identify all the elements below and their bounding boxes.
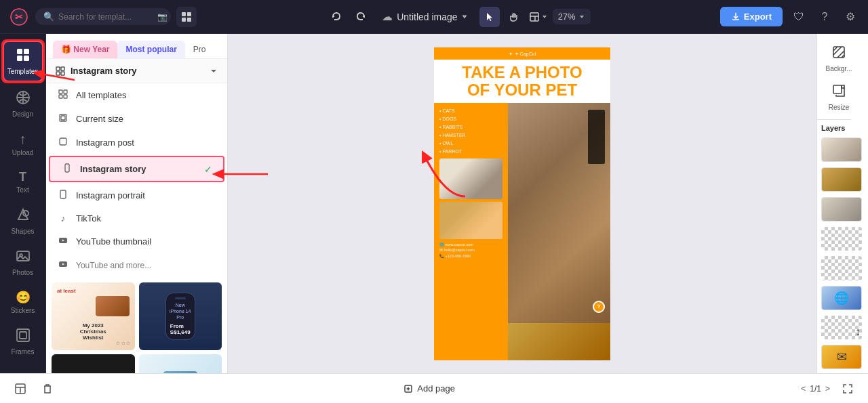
svg-rect-9: [17, 49, 22, 54]
bottom-bar: Add page < 1/1 >: [0, 373, 868, 403]
sidebar-item-templates[interactable]: Templates: [3, 41, 43, 82]
settings-icon[interactable]: ⚙: [841, 7, 860, 26]
shapes-icon: [16, 207, 31, 226]
resize-btn[interactable]: Resize: [817, 78, 861, 116]
svg-rect-19: [56, 67, 60, 70]
zoom-value: 27%: [558, 12, 576, 22]
category-header-label: Instagram story: [71, 66, 137, 76]
layer-thumb-cat[interactable]: [821, 137, 862, 162]
category-instagram-post[interactable]: Instagram post: [46, 131, 227, 154]
category-all-templates[interactable]: All templates: [46, 83, 227, 107]
help-icon[interactable]: ?: [815, 7, 834, 26]
svg-rect-6: [530, 13, 538, 21]
category-instagram-story[interactable]: Instagram story ✓: [49, 156, 224, 182]
poster-list-dogs: • DOGS: [439, 115, 505, 123]
cloud-save-icon: ☁: [382, 10, 393, 23]
svg-rect-2: [182, 12, 186, 16]
layer-thumb-checker1[interactable]: [821, 227, 862, 251]
poster-contact-web: 🌐 www.capcut.com: [439, 242, 505, 248]
sidebar-item-design[interactable]: Design: [3, 85, 43, 123]
layer-thumb-globe[interactable]: 🌐: [821, 286, 862, 310]
template-thumb-phone[interactable]: NewiPhone 14 Pro FromS$1,649: [139, 282, 222, 350]
page-nav: < 1/1 >: [801, 384, 830, 394]
search-input[interactable]: [58, 12, 153, 22]
category-youtube-thumbnail[interactable]: YouTube thumbnail: [46, 230, 227, 253]
grid-icon-btn[interactable]: [176, 7, 197, 27]
template-thumb-medical[interactable]: 👨‍⚕️: [139, 354, 222, 373]
add-page-btn[interactable]: Add page: [403, 383, 455, 394]
poster-logo-text: ✦ CapCut: [515, 51, 536, 57]
panel-scroll[interactable]: Instagram story All templates: [46, 59, 227, 373]
current-size-label: Current size: [76, 114, 123, 124]
instagram-story-label: Instagram story: [80, 164, 146, 174]
svg-rect-29: [60, 138, 66, 145]
svg-rect-17: [17, 329, 29, 341]
svg-rect-30: [65, 164, 69, 172]
svg-rect-20: [61, 67, 64, 70]
category-instagram-portrait[interactable]: Instagram portrait: [46, 184, 227, 207]
svg-rect-21: [56, 72, 60, 75]
category-dropdown-header[interactable]: Instagram story: [46, 59, 227, 83]
svg-rect-11: [17, 56, 22, 61]
sidebar-item-upload[interactable]: ↑ Upload: [3, 126, 43, 162]
instagram-story-icon: [61, 163, 73, 175]
layer-thumb-checker3[interactable]: ↕: [821, 316, 862, 339]
hand-tool-btn[interactable]: [504, 7, 524, 27]
all-templates-label: All templates: [76, 90, 126, 100]
fullscreen-icon-btn[interactable]: [838, 379, 857, 398]
next-page-btn[interactable]: >: [825, 384, 830, 394]
tab-most-popular-label: Most popular: [125, 45, 176, 54]
redo-btn[interactable]: [351, 7, 371, 27]
youtube-thumb-icon: [57, 236, 69, 247]
prev-page-btn[interactable]: <: [801, 384, 806, 394]
tab-pro[interactable]: Pro: [185, 41, 214, 58]
camera-icon: 📷: [157, 12, 167, 22]
tab-most-popular[interactable]: Most popular: [117, 41, 184, 58]
sidebar-item-photos[interactable]: Photos: [3, 243, 43, 282]
select-tool-btn[interactable]: [479, 7, 500, 27]
layout-tool-btn[interactable]: [528, 7, 549, 27]
sidebar-item-frames[interactable]: Frames: [3, 322, 43, 361]
undo-btn[interactable]: [326, 7, 347, 27]
layers-list: 🌐 ↕ ✉: [817, 133, 868, 373]
category-tiktok[interactable]: ♪ TikTok: [46, 207, 227, 230]
layer-thumb-cat2[interactable]: [821, 197, 862, 221]
search-bar[interactable]: 🔍 📷: [35, 8, 171, 25]
layer-thumb-checker2[interactable]: [821, 256, 862, 280]
template-thumb-shoe[interactable]: at least My 2023ChristmasWishlist ✩ ✩ ✩: [52, 282, 135, 350]
layer-thumb-corgi[interactable]: [821, 167, 862, 192]
background-icon: [831, 45, 846, 63]
frames-icon: [16, 328, 31, 346]
delete-icon-btn[interactable]: [38, 379, 57, 398]
panel-tabs: 🎁 New Year Most popular Pro: [46, 34, 227, 59]
layer-thumb-mail[interactable]: ✉: [821, 345, 862, 369]
category-youtube-more[interactable]: YouTube and more...: [46, 253, 227, 277]
upload-label: Upload: [12, 149, 34, 156]
zoom-control[interactable]: 27%: [553, 9, 591, 24]
poster-logo: ✦: [509, 51, 513, 57]
tab-new-year[interactable]: 🎁 New Year: [53, 41, 117, 58]
sidebar-item-stickers[interactable]: 😊 Stickers: [3, 284, 43, 320]
poster-list-owl: • OWL: [439, 140, 505, 148]
instagram-story-check: ✓: [204, 164, 212, 175]
sidebar-item-shapes[interactable]: Shapes: [3, 202, 43, 240]
sidebar-expand-btn[interactable]: ⌄: [3, 366, 43, 373]
background-btn[interactable]: Backgr...: [817, 39, 861, 78]
export-button[interactable]: Export: [720, 7, 783, 26]
canvas-area[interactable]: ✦ ✦ CapCut TAKE A PHOTO OF YOUR PET: [228, 34, 816, 373]
svg-rect-10: [24, 49, 29, 54]
search-icon: 🔍: [43, 12, 54, 22]
topbar: ✂ 🔍 📷: [0, 0, 868, 34]
canvas-poster[interactable]: ✦ ✦ CapCut TAKE A PHOTO OF YOUR PET: [434, 47, 610, 360]
youtube-thumbnail-label: YouTube thumbnail: [76, 236, 151, 247]
topbar-center: ☁ Untitled image: [202, 7, 715, 27]
sidebar-item-text[interactable]: T Text: [3, 165, 43, 199]
template-thumb-burger[interactable]: New TasteWASABI WONDERBURRITO DELICIOUS …: [52, 354, 135, 373]
tiktok-icon: ♪: [57, 213, 69, 224]
shield-icon[interactable]: 🛡: [789, 7, 808, 26]
doc-title-area[interactable]: Untitled image: [397, 12, 469, 22]
svg-rect-12: [24, 56, 29, 61]
poster-list-parrot: • PARROT: [439, 148, 505, 156]
page-icon-btn[interactable]: [11, 379, 30, 398]
category-current-size[interactable]: Current size: [46, 107, 227, 131]
